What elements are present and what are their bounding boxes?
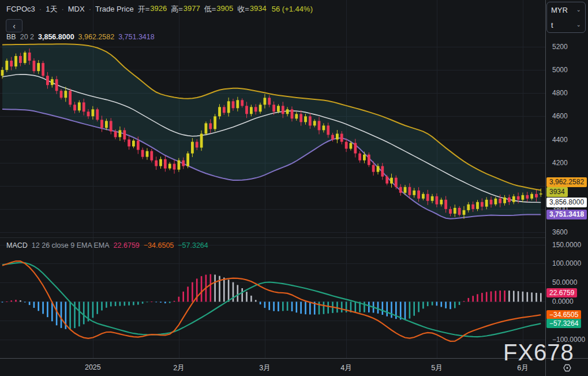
candle-body-down xyxy=(395,178,398,187)
time-axis-label: 6月 xyxy=(507,363,539,373)
candle-body-down xyxy=(164,159,167,169)
candle-body-down xyxy=(46,76,49,85)
candle-body-down xyxy=(372,165,375,172)
macd-histogram-bar xyxy=(155,301,157,302)
macd-histogram-bar xyxy=(192,282,193,302)
candle-body-down xyxy=(499,199,501,203)
candle-body-down xyxy=(223,107,226,113)
candle-body-down xyxy=(114,132,117,137)
candle-body-down xyxy=(73,105,76,110)
candle-body-up xyxy=(512,196,515,202)
time-axis-label: 2025 xyxy=(77,363,109,371)
axis-settings-icon[interactable] xyxy=(561,362,573,374)
macd-histogram-bar xyxy=(319,301,320,314)
candle-body-up xyxy=(377,166,380,172)
candle-body-up xyxy=(431,196,434,201)
interval-label[interactable]: 1天 xyxy=(46,4,57,14)
bb-indicator-name: BB xyxy=(6,33,16,41)
candle-body-down xyxy=(508,198,511,202)
low-label: 低= xyxy=(204,4,216,14)
candle-body-down xyxy=(268,98,271,105)
candle-body-down xyxy=(481,202,484,207)
candle-body-up xyxy=(313,121,316,125)
candle-body-up xyxy=(64,91,67,98)
candle-body-up xyxy=(92,109,95,116)
candle-body-down xyxy=(490,200,493,204)
macd-histogram-bar xyxy=(51,301,53,321)
macd-histogram-bar xyxy=(250,296,252,302)
macd-histogram-bar xyxy=(278,301,279,311)
back-button[interactable]: ‹ xyxy=(6,19,23,32)
macd-histogram-bar xyxy=(364,301,365,312)
candle-body-up xyxy=(105,121,108,128)
macd-histogram-bar xyxy=(427,301,429,306)
macd-histogram-bar xyxy=(291,301,293,311)
price-tick-label: 4400 xyxy=(552,136,568,144)
candle-body-down xyxy=(196,142,199,148)
macd-histogram-bar xyxy=(490,291,492,301)
separator-dot: · xyxy=(39,5,42,13)
candle-body-down xyxy=(449,209,452,214)
candle-body-up xyxy=(363,155,366,161)
macd-histogram-bar xyxy=(24,301,26,302)
macd-histogram-bar xyxy=(210,274,212,302)
candle-body-down xyxy=(381,166,384,177)
low-field: 低=3905 xyxy=(204,4,234,14)
time-axis[interactable]: 20252月3月4月5月6月 xyxy=(0,359,588,376)
candle-body-down xyxy=(291,109,294,118)
macd-status-row[interactable]: MACD 12 26 close 9 EMA EMA 22.6759 −34.6… xyxy=(6,241,208,250)
unit-dropdown[interactable]: t ⌄ xyxy=(547,17,585,32)
macd-histogram-bar xyxy=(368,301,370,312)
macd-histogram-bar xyxy=(69,301,71,329)
candle-body-down xyxy=(155,161,158,166)
currency-dropdown[interactable]: MYR ⌄ xyxy=(547,2,585,17)
macd-histogram-bar xyxy=(169,301,171,303)
candle-body-up xyxy=(286,109,289,114)
macd-histogram-bar xyxy=(309,301,311,314)
macd-histogram-bar xyxy=(432,301,433,305)
bb-status-row[interactable]: BB 20 2 3,856.8000 3,962.2582 3,751.3418 xyxy=(6,33,155,41)
symbol-name[interactable]: FCPOc3 xyxy=(6,5,35,13)
price-tick-label: 4800 xyxy=(552,89,568,97)
candle-body-down xyxy=(96,109,99,120)
macd-axis[interactable]: 150.0000100.000050.00000.0000−100.000022… xyxy=(546,237,588,358)
candle-body-down xyxy=(331,135,334,140)
macd-histogram-bar xyxy=(15,300,17,301)
candle-body-down xyxy=(358,154,361,161)
high-value: 3977 xyxy=(183,4,200,14)
macd-tick-label: 150.0000 xyxy=(552,241,581,249)
candle-body-down xyxy=(182,161,185,166)
high-field: 高=3977 xyxy=(171,4,200,14)
macd-histogram-bar xyxy=(110,301,112,306)
macd-histogram-bar xyxy=(133,301,134,305)
price-axis-floating-label: 3,751.3418 xyxy=(546,210,587,219)
macd-histogram-bar xyxy=(287,301,289,311)
candle-body-down xyxy=(83,102,85,111)
price-tick-label: 5000 xyxy=(552,66,568,74)
macd-histogram-bar xyxy=(323,301,325,314)
macd-histogram-bar xyxy=(327,301,329,313)
chart-canvas[interactable] xyxy=(0,0,588,376)
macd-histogram-bar xyxy=(178,297,180,302)
macd-histogram-bar xyxy=(377,301,379,313)
candle-body-up xyxy=(200,134,203,148)
candle-body-up xyxy=(295,114,298,118)
macd-histogram-bar xyxy=(20,300,21,301)
macd-histogram-bar xyxy=(540,293,542,301)
candle-body-up xyxy=(264,98,267,105)
macd-histogram-bar xyxy=(481,293,483,301)
candle-body-down xyxy=(55,79,58,91)
candle-body-up xyxy=(485,200,488,207)
price-axis[interactable]: 5200500048004600440042004000380036003,96… xyxy=(546,0,588,237)
candle-body-down xyxy=(444,200,447,209)
price-axis-controls: MYR ⌄ t ⌄ xyxy=(546,2,586,33)
macd-histogram-bar xyxy=(355,301,357,312)
candle-body-down xyxy=(137,141,140,150)
time-axis-label: 4月 xyxy=(330,363,362,373)
candle-body-down xyxy=(10,61,13,66)
macd-histogram-bar xyxy=(164,301,166,303)
macd-histogram-bar xyxy=(237,285,239,301)
candle-body-up xyxy=(5,61,8,70)
macd-histogram-bar xyxy=(508,291,510,301)
candle-body-up xyxy=(323,125,325,130)
